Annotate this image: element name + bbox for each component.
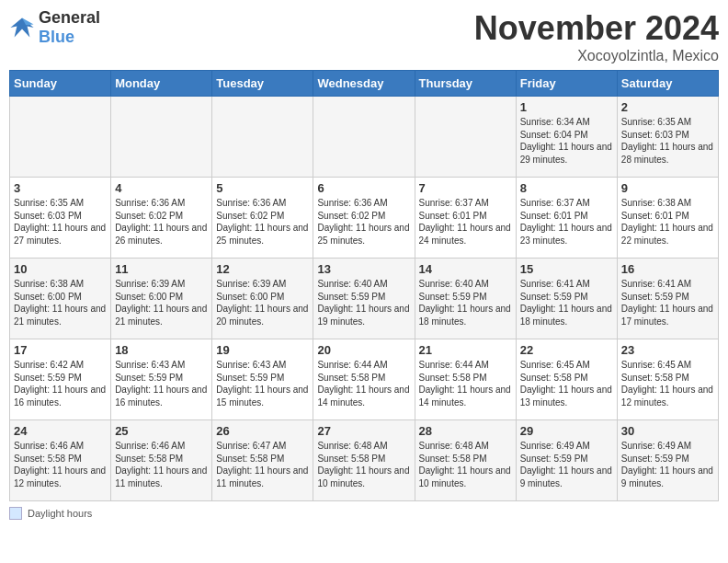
day-number: 1 xyxy=(520,100,613,114)
day-number: 4 xyxy=(115,181,208,195)
day-detail: Sunrise: 6:42 AM Sunset: 5:59 PM Dayligh… xyxy=(14,359,107,408)
day-detail: Sunrise: 6:41 AM Sunset: 5:59 PM Dayligh… xyxy=(520,278,613,327)
day-detail: Sunrise: 6:47 AM Sunset: 5:58 PM Dayligh… xyxy=(216,440,309,489)
day-number: 19 xyxy=(216,343,309,357)
day-detail: Sunrise: 6:37 AM Sunset: 6:01 PM Dayligh… xyxy=(419,197,512,247)
calendar-day-1: 1Sunrise: 6:34 AM Sunset: 6:04 PM Daylig… xyxy=(516,97,617,178)
day-header-sunday: Sunday xyxy=(10,71,111,97)
day-detail: Sunrise: 6:34 AM Sunset: 6:04 PM Dayligh… xyxy=(520,116,613,166)
day-number: 10 xyxy=(14,262,107,276)
day-number: 2 xyxy=(621,100,714,114)
calendar-week-row: 24Sunrise: 6:46 AM Sunset: 5:58 PM Dayli… xyxy=(10,420,719,501)
day-detail: Sunrise: 6:49 AM Sunset: 5:59 PM Dayligh… xyxy=(520,440,613,489)
day-header-saturday: Saturday xyxy=(617,71,718,97)
day-number: 18 xyxy=(115,343,208,357)
calendar-day-empty xyxy=(111,97,212,178)
calendar-day-2: 2Sunrise: 6:35 AM Sunset: 6:03 PM Daylig… xyxy=(617,97,718,178)
day-number: 26 xyxy=(216,424,309,438)
day-detail: Sunrise: 6:45 AM Sunset: 5:58 PM Dayligh… xyxy=(520,359,613,408)
calendar-day-empty xyxy=(212,97,313,178)
day-detail: Sunrise: 6:36 AM Sunset: 6:02 PM Dayligh… xyxy=(216,197,309,247)
calendar-day-19: 19Sunrise: 6:43 AM Sunset: 5:59 PM Dayli… xyxy=(212,339,313,420)
day-number: 5 xyxy=(216,181,309,195)
day-detail: Sunrise: 6:40 AM Sunset: 5:59 PM Dayligh… xyxy=(317,278,410,327)
day-number: 29 xyxy=(520,424,613,438)
calendar-table: SundayMondayTuesdayWednesdayThursdayFrid… xyxy=(9,70,719,501)
calendar-day-16: 16Sunrise: 6:41 AM Sunset: 5:59 PM Dayli… xyxy=(617,259,718,339)
calendar-day-14: 14Sunrise: 6:40 AM Sunset: 5:59 PM Dayli… xyxy=(415,259,516,339)
calendar-day-4: 4Sunrise: 6:36 AM Sunset: 6:02 PM Daylig… xyxy=(111,178,212,259)
day-number: 30 xyxy=(621,424,714,438)
day-detail: Sunrise: 6:38 AM Sunset: 6:00 PM Dayligh… xyxy=(14,278,107,327)
calendar-day-12: 12Sunrise: 6:39 AM Sunset: 6:00 PM Dayli… xyxy=(212,259,313,339)
calendar-day-27: 27Sunrise: 6:48 AM Sunset: 5:58 PM Dayli… xyxy=(313,420,415,501)
calendar-day-26: 26Sunrise: 6:47 AM Sunset: 5:58 PM Dayli… xyxy=(212,420,313,501)
calendar-week-row: 1Sunrise: 6:34 AM Sunset: 6:04 PM Daylig… xyxy=(10,97,719,178)
day-number: 15 xyxy=(520,262,613,276)
day-detail: Sunrise: 6:39 AM Sunset: 6:00 PM Dayligh… xyxy=(216,278,309,327)
calendar-day-24: 24Sunrise: 6:46 AM Sunset: 5:58 PM Dayli… xyxy=(10,420,111,501)
day-number: 9 xyxy=(621,181,714,195)
day-number: 11 xyxy=(115,262,208,276)
day-number: 25 xyxy=(115,424,208,438)
calendar-day-30: 30Sunrise: 6:49 AM Sunset: 5:59 PM Dayli… xyxy=(617,420,718,501)
day-number: 21 xyxy=(419,343,512,357)
calendar-day-9: 9Sunrise: 6:38 AM Sunset: 6:01 PM Daylig… xyxy=(617,178,718,259)
day-header-tuesday: Tuesday xyxy=(212,71,313,97)
calendar-week-row: 17Sunrise: 6:42 AM Sunset: 5:59 PM Dayli… xyxy=(10,339,719,420)
daylight-label: Daylight hours xyxy=(28,508,92,519)
header: General Blue November 2024 Xocoyolzintla… xyxy=(9,9,719,64)
daylight-icon xyxy=(9,507,22,520)
logo: General Blue xyxy=(9,9,100,47)
calendar-day-3: 3Sunrise: 6:35 AM Sunset: 6:03 PM Daylig… xyxy=(10,178,111,259)
calendar-day-25: 25Sunrise: 6:46 AM Sunset: 5:58 PM Dayli… xyxy=(111,420,212,501)
logo-blue: Blue xyxy=(39,28,100,47)
day-detail: Sunrise: 6:48 AM Sunset: 5:58 PM Dayligh… xyxy=(317,440,410,489)
calendar-day-5: 5Sunrise: 6:36 AM Sunset: 6:02 PM Daylig… xyxy=(212,178,313,259)
day-header-thursday: Thursday xyxy=(415,71,516,97)
day-detail: Sunrise: 6:35 AM Sunset: 6:03 PM Dayligh… xyxy=(621,116,714,166)
calendar-day-29: 29Sunrise: 6:49 AM Sunset: 5:59 PM Dayli… xyxy=(516,420,617,501)
day-detail: Sunrise: 6:36 AM Sunset: 6:02 PM Dayligh… xyxy=(317,197,410,247)
calendar-day-20: 20Sunrise: 6:44 AM Sunset: 5:58 PM Dayli… xyxy=(313,339,415,420)
title-area: November 2024 Xocoyolzintla, Mexico xyxy=(474,9,719,64)
logo-bird-icon xyxy=(9,15,35,40)
day-number: 7 xyxy=(419,181,512,195)
calendar-day-18: 18Sunrise: 6:43 AM Sunset: 5:59 PM Dayli… xyxy=(111,339,212,420)
day-number: 13 xyxy=(317,262,410,276)
day-detail: Sunrise: 6:46 AM Sunset: 5:58 PM Dayligh… xyxy=(14,440,107,489)
day-detail: Sunrise: 6:41 AM Sunset: 5:59 PM Dayligh… xyxy=(621,278,714,327)
day-detail: Sunrise: 6:36 AM Sunset: 6:02 PM Dayligh… xyxy=(115,197,208,247)
day-header-wednesday: Wednesday xyxy=(313,71,415,97)
day-detail: Sunrise: 6:43 AM Sunset: 5:59 PM Dayligh… xyxy=(216,359,309,408)
calendar-day-28: 28Sunrise: 6:48 AM Sunset: 5:58 PM Dayli… xyxy=(415,420,516,501)
calendar-day-8: 8Sunrise: 6:37 AM Sunset: 6:01 PM Daylig… xyxy=(516,178,617,259)
calendar-day-11: 11Sunrise: 6:39 AM Sunset: 6:00 PM Dayli… xyxy=(111,259,212,339)
day-detail: Sunrise: 6:39 AM Sunset: 6:00 PM Dayligh… xyxy=(115,278,208,327)
day-number: 28 xyxy=(419,424,512,438)
calendar-day-empty xyxy=(10,97,111,178)
day-detail: Sunrise: 6:38 AM Sunset: 6:01 PM Dayligh… xyxy=(621,197,714,247)
day-number: 24 xyxy=(14,424,107,438)
day-header-friday: Friday xyxy=(516,71,617,97)
day-detail: Sunrise: 6:49 AM Sunset: 5:59 PM Dayligh… xyxy=(621,440,714,489)
calendar-day-10: 10Sunrise: 6:38 AM Sunset: 6:00 PM Dayli… xyxy=(10,259,111,339)
month-title: November 2024 xyxy=(474,9,719,48)
day-number: 27 xyxy=(317,424,410,438)
day-number: 14 xyxy=(419,262,512,276)
day-number: 23 xyxy=(621,343,714,357)
day-header-monday: Monday xyxy=(111,71,212,97)
calendar-day-empty xyxy=(313,97,415,178)
calendar-day-7: 7Sunrise: 6:37 AM Sunset: 6:01 PM Daylig… xyxy=(415,178,516,259)
day-detail: Sunrise: 6:44 AM Sunset: 5:58 PM Dayligh… xyxy=(317,359,410,408)
calendar-day-23: 23Sunrise: 6:45 AM Sunset: 5:58 PM Dayli… xyxy=(617,339,718,420)
calendar-day-13: 13Sunrise: 6:40 AM Sunset: 5:59 PM Dayli… xyxy=(313,259,415,339)
calendar-week-row: 3Sunrise: 6:35 AM Sunset: 6:03 PM Daylig… xyxy=(10,178,719,259)
calendar-day-22: 22Sunrise: 6:45 AM Sunset: 5:58 PM Dayli… xyxy=(516,339,617,420)
calendar-week-row: 10Sunrise: 6:38 AM Sunset: 6:00 PM Dayli… xyxy=(10,259,719,339)
day-number: 12 xyxy=(216,262,309,276)
day-detail: Sunrise: 6:46 AM Sunset: 5:58 PM Dayligh… xyxy=(115,440,208,489)
day-number: 20 xyxy=(317,343,410,357)
day-detail: Sunrise: 6:45 AM Sunset: 5:58 PM Dayligh… xyxy=(621,359,714,408)
day-detail: Sunrise: 6:37 AM Sunset: 6:01 PM Dayligh… xyxy=(520,197,613,247)
